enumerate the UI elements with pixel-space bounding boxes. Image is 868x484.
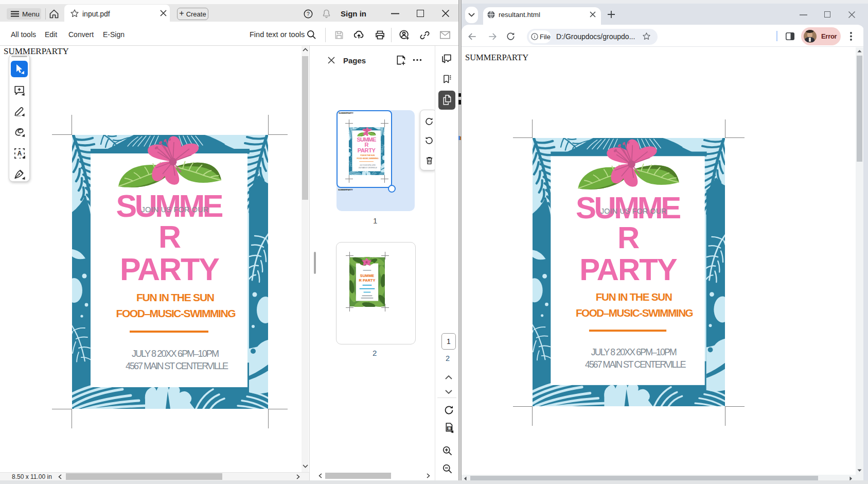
svg-text:1:1: 1:1 [447,427,451,430]
svg-text:?: ? [307,11,310,17]
svg-text:A: A [17,150,22,157]
